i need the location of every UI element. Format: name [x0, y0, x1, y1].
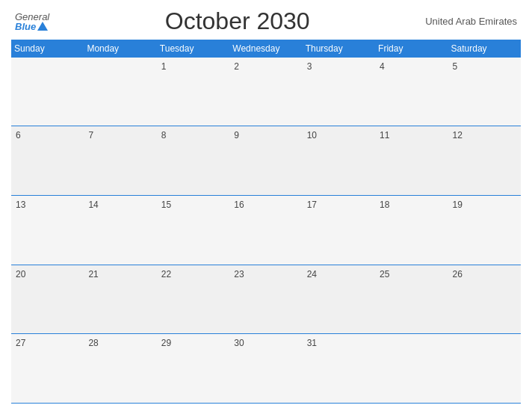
calendar-cell: 7	[84, 126, 156, 196]
day-number: 13	[16, 200, 25, 210]
calendar-cell: 25	[375, 265, 448, 334]
day-number: 23	[234, 269, 244, 279]
week-row-3: 13141516171819	[11, 195, 521, 265]
day-number: 31	[307, 338, 317, 348]
calendar-cell: 11	[375, 126, 448, 196]
calendar-cell: 29	[157, 334, 229, 404]
calendar-cell: 2	[229, 58, 302, 126]
calendar-cell: 21	[84, 265, 156, 334]
day-number: 11	[380, 130, 389, 140]
weekday-saturday: Saturday	[448, 40, 521, 58]
day-number: 20	[16, 269, 25, 279]
week-row-5: 2728293031	[11, 334, 521, 404]
calendar-cell: 6	[11, 126, 84, 196]
day-number: 19	[453, 200, 463, 210]
calendar-cell: 24	[303, 265, 375, 334]
calendar-cell: 27	[11, 334, 84, 404]
day-number: 12	[453, 130, 463, 140]
calendar-cell	[375, 334, 448, 404]
day-number: 17	[307, 200, 317, 210]
calendar-cell: 12	[448, 126, 521, 196]
day-number: 10	[307, 130, 317, 140]
weekday-monday: Monday	[84, 40, 156, 58]
weekday-thursday: Thursday	[303, 40, 375, 58]
day-number: 24	[307, 269, 317, 279]
calendar-cell: 16	[229, 195, 302, 265]
calendar-cell: 23	[229, 265, 302, 334]
calendar-cell: 8	[157, 126, 229, 196]
week-row-1: 12345	[11, 58, 521, 126]
calendar-cell: 15	[157, 195, 229, 265]
header: General Blue October 2030 United Arab Em…	[11, 7, 521, 35]
calendar-cell: 18	[375, 195, 448, 265]
logo-triangle-icon	[37, 22, 48, 31]
weekday-sunday: Sunday	[11, 40, 84, 58]
calendar-cell: 30	[229, 334, 302, 404]
weekday-wednesday: Wednesday	[229, 40, 302, 58]
day-number: 8	[161, 130, 167, 140]
day-number: 14	[88, 200, 98, 210]
day-number: 29	[161, 338, 171, 348]
calendar-cell: 20	[11, 265, 84, 334]
week-row-4: 20212223242526	[11, 265, 521, 334]
calendar-cell	[448, 334, 521, 404]
calendar-cell: 1	[157, 58, 229, 126]
calendar-cell: 28	[84, 334, 156, 404]
calendar-cell: 4	[375, 58, 448, 126]
calendar-title: October 2030	[165, 7, 310, 35]
logo-general: General	[15, 12, 49, 22]
day-number: 28	[88, 338, 98, 348]
calendar-cell: 17	[303, 195, 375, 265]
weekday-friday: Friday	[375, 40, 448, 58]
day-number: 7	[88, 130, 93, 140]
weekday-tuesday: Tuesday	[157, 40, 229, 58]
calendar-cell: 13	[11, 195, 84, 265]
calendar-cell	[11, 58, 84, 126]
day-number: 9	[234, 130, 239, 140]
day-number: 3	[307, 61, 312, 72]
country-label: United Arab Emirates	[425, 16, 517, 27]
day-number: 2	[234, 61, 239, 72]
calendar-cell: 19	[448, 195, 521, 265]
calendar-cell: 14	[84, 195, 156, 265]
calendar-cell: 5	[448, 58, 521, 126]
day-number: 26	[453, 269, 463, 279]
week-row-2: 6789101112	[11, 126, 521, 196]
day-number: 22	[161, 269, 171, 279]
day-number: 5	[453, 61, 458, 72]
logo: General Blue	[15, 12, 49, 31]
day-number: 15	[161, 200, 171, 210]
day-number: 4	[380, 61, 385, 72]
logo-blue: Blue	[15, 22, 48, 31]
day-number: 25	[380, 269, 389, 279]
weekday-header-row: SundayMondayTuesdayWednesdayThursdayFrid…	[11, 40, 521, 58]
calendar-cell: 26	[448, 265, 521, 334]
calendar-cell: 10	[303, 126, 375, 196]
day-number: 18	[380, 200, 389, 210]
calendar-cell: 31	[303, 334, 375, 404]
calendar-cell: 9	[229, 126, 302, 196]
day-number: 27	[16, 338, 25, 348]
day-number: 30	[234, 338, 244, 348]
day-number: 16	[234, 200, 244, 210]
calendar-cell: 3	[303, 58, 375, 126]
day-number: 6	[16, 130, 21, 140]
calendar-cell	[84, 58, 156, 126]
calendar-table: SundayMondayTuesdayWednesdayThursdayFrid…	[11, 40, 521, 404]
day-number: 1	[161, 61, 167, 72]
day-number: 21	[88, 269, 98, 279]
calendar-cell: 22	[157, 265, 229, 334]
